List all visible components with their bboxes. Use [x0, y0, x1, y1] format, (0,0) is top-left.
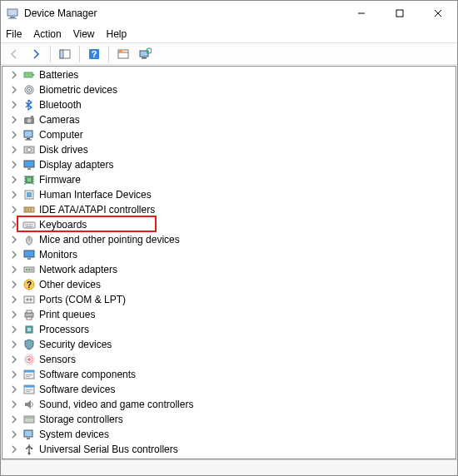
expander-icon[interactable] — [9, 115, 19, 125]
expander-icon[interactable] — [9, 130, 19, 140]
category-storage-controllers[interactable]: Storage controllers — [2, 412, 456, 427]
category-label: Computer — [39, 129, 83, 141]
expander-icon[interactable] — [9, 310, 19, 320]
titlebar[interactable]: Device Manager — [1, 1, 457, 26]
expander-icon[interactable] — [9, 250, 19, 260]
expander-icon[interactable] — [9, 414, 19, 424]
category-universal-serial-bus-controllers[interactable]: Universal Serial Bus controllers — [2, 442, 456, 457]
category-label: Network adapters — [39, 264, 117, 275]
expander-icon[interactable] — [9, 280, 19, 290]
category-processors[interactable]: Processors — [2, 322, 456, 337]
category-sound-video-and-game-controllers[interactable]: Sound, video and game controllers — [2, 397, 456, 412]
svg-rect-4 — [396, 10, 403, 17]
toolbar: ? — [1, 42, 457, 65]
category-keyboards[interactable]: Keyboards — [2, 217, 456, 232]
svg-rect-18 — [32, 74, 34, 76]
expander-icon[interactable] — [9, 355, 19, 364]
category-computer[interactable]: Computer — [2, 127, 456, 142]
expander-icon[interactable] — [9, 384, 19, 394]
category-cameras[interactable]: Cameras — [2, 112, 456, 127]
category-disk-drives[interactable]: Disk drives — [2, 142, 456, 157]
svg-rect-2 — [8, 18, 17, 19]
category-human-interface-devices[interactable]: Human Interface Devices — [2, 187, 456, 202]
category-firmware[interactable]: Firmware — [2, 172, 456, 187]
svg-rect-15 — [142, 57, 147, 59]
category-other-devices[interactable]: ?Other devices — [2, 277, 456, 292]
network-icon — [22, 263, 36, 276]
category-label: Mice and other pointing devices — [39, 234, 180, 245]
category-ports-com-lpt-[interactable]: Ports (COM & LPT) — [2, 292, 456, 307]
svg-rect-80 — [24, 385, 34, 388]
expander-icon[interactable] — [9, 399, 19, 409]
svg-rect-25 — [24, 131, 32, 137]
show-hide-console-tree-button[interactable] — [55, 45, 75, 63]
category-label: Universal Serial Bus controllers — [39, 444, 178, 455]
help-button[interactable]: ? — [84, 45, 104, 63]
category-label: Software components — [39, 369, 136, 380]
category-display-adapters[interactable]: Display adapters — [2, 157, 456, 172]
menu-action[interactable]: Action — [33, 28, 61, 40]
expander-icon[interactable] — [9, 265, 19, 275]
category-print-queues[interactable]: Print queues — [2, 307, 456, 322]
svg-rect-50 — [27, 224, 29, 226]
svg-rect-64 — [24, 296, 34, 303]
maximize-button[interactable] — [381, 1, 419, 26]
expander-icon[interactable] — [9, 160, 19, 170]
forward-button[interactable] — [26, 45, 46, 63]
svg-point-65 — [27, 299, 29, 301]
scan-hardware-button[interactable] — [135, 45, 155, 63]
category-label: Disk drives — [39, 144, 88, 156]
software-icon — [22, 383, 36, 396]
menu-help[interactable]: Help — [107, 28, 127, 40]
monitor-icon — [22, 248, 36, 261]
category-software-devices[interactable]: Software devices — [2, 382, 456, 397]
category-bluetooth[interactable]: Bluetooth — [2, 97, 456, 112]
expander-icon[interactable] — [9, 70, 19, 80]
expander-icon[interactable] — [9, 444, 19, 454]
expander-icon[interactable] — [9, 235, 19, 245]
category-system-devices[interactable]: System devices — [2, 427, 456, 442]
expander-icon[interactable] — [9, 85, 19, 95]
expander-icon[interactable] — [9, 145, 19, 155]
svg-point-29 — [27, 148, 32, 152]
category-monitors[interactable]: Monitors — [2, 247, 456, 262]
back-button[interactable] — [4, 45, 24, 63]
expander-icon[interactable] — [9, 190, 19, 200]
display-icon — [22, 158, 36, 171]
svg-rect-56 — [24, 250, 34, 257]
device-tree[interactable]: BatteriesBiometric devicesBluetoothCamer… — [2, 66, 456, 459]
category-network-adapters[interactable]: Network adapters — [2, 262, 456, 277]
expander-icon[interactable] — [9, 220, 19, 230]
svg-point-23 — [27, 119, 32, 123]
svg-point-88 — [26, 448, 27, 449]
expander-icon[interactable] — [9, 369, 19, 379]
device-manager-window: Device Manager File Action View Help ? B… — [0, 0, 458, 476]
svg-point-66 — [30, 299, 32, 301]
expander-icon[interactable] — [9, 295, 19, 305]
menu-file[interactable]: File — [6, 28, 22, 40]
category-ide-ata-atapi-controllers[interactable]: IDE ATA/ATAPI controllers — [2, 202, 456, 217]
category-label: Biometric devices — [39, 84, 117, 96]
expander-icon[interactable] — [9, 175, 19, 185]
category-security-devices[interactable]: Security devices — [2, 337, 456, 352]
svg-rect-82 — [26, 391, 30, 392]
category-sensors[interactable]: Sensors — [2, 352, 456, 367]
expander-icon[interactable] — [9, 100, 19, 110]
svg-rect-17 — [24, 72, 32, 77]
menu-view[interactable]: View — [73, 28, 95, 40]
category-biometric-devices[interactable]: Biometric devices — [2, 82, 456, 97]
expander-icon[interactable] — [9, 340, 19, 350]
category-mice-and-other-pointing-devices[interactable]: Mice and other pointing devices — [2, 232, 456, 247]
expander-icon[interactable] — [9, 325, 19, 335]
minimize-button[interactable] — [342, 1, 381, 26]
svg-rect-84 — [25, 417, 33, 419]
category-label: System devices — [39, 429, 109, 440]
category-batteries[interactable]: Batteries — [2, 67, 456, 82]
properties-button[interactable] — [113, 45, 133, 63]
expander-icon[interactable] — [9, 429, 19, 439]
security-icon — [22, 338, 36, 351]
close-button[interactable] — [419, 1, 457, 26]
category-label: Print queues — [39, 309, 95, 320]
expander-icon[interactable] — [9, 205, 19, 215]
category-software-components[interactable]: Software components — [2, 367, 456, 382]
